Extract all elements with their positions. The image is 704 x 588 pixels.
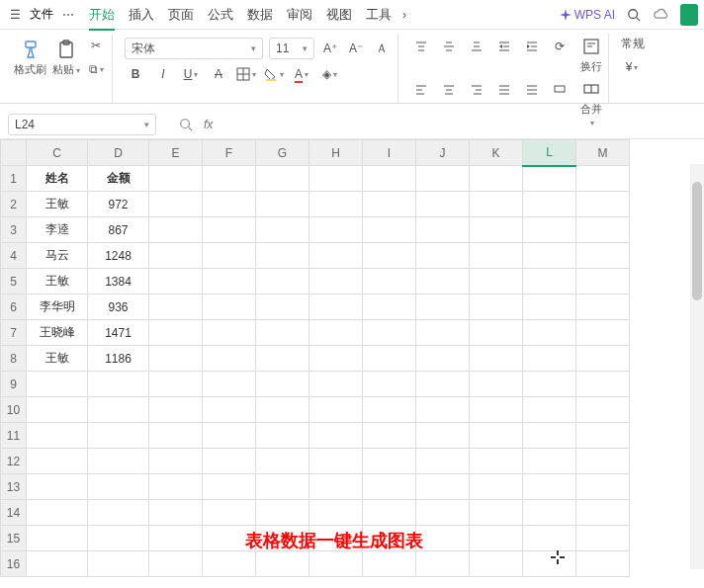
cell[interactable] bbox=[256, 551, 309, 577]
hamburger-icon[interactable]: ☰ bbox=[6, 6, 24, 24]
align-top-icon[interactable] bbox=[410, 36, 432, 57]
cell[interactable] bbox=[576, 397, 630, 423]
cell[interactable]: 972 bbox=[88, 192, 149, 217]
cell[interactable] bbox=[523, 166, 576, 192]
cell[interactable] bbox=[309, 217, 363, 243]
cell[interactable] bbox=[576, 500, 630, 526]
formula-input[interactable] bbox=[220, 117, 517, 131]
cell[interactable] bbox=[576, 449, 630, 474]
row-header[interactable]: 3 bbox=[1, 217, 27, 243]
col-header-L[interactable]: L bbox=[523, 140, 576, 166]
cell[interactable] bbox=[363, 294, 416, 320]
cell[interactable] bbox=[576, 372, 630, 397]
cell[interactable] bbox=[149, 372, 203, 397]
cell[interactable] bbox=[203, 526, 256, 551]
cell[interactable] bbox=[416, 346, 470, 372]
cell[interactable] bbox=[523, 423, 576, 449]
search-icon[interactable] bbox=[625, 6, 643, 24]
cell[interactable] bbox=[363, 526, 416, 551]
cell[interactable] bbox=[576, 269, 630, 294]
increase-indent-icon[interactable] bbox=[521, 36, 543, 57]
cell[interactable] bbox=[416, 243, 470, 269]
border-button[interactable] bbox=[235, 63, 257, 85]
cut-icon[interactable]: ✂ bbox=[86, 36, 106, 55]
cell[interactable] bbox=[309, 551, 363, 577]
cell[interactable] bbox=[576, 423, 630, 449]
cell[interactable]: 王敏 bbox=[27, 346, 88, 372]
col-header-J[interactable]: J bbox=[416, 140, 470, 166]
cell[interactable] bbox=[523, 320, 576, 346]
cell[interactable] bbox=[363, 346, 416, 372]
cell[interactable] bbox=[256, 500, 309, 526]
cell[interactable] bbox=[416, 294, 470, 320]
cell[interactable] bbox=[363, 217, 416, 243]
cell[interactable] bbox=[149, 397, 203, 423]
cell[interactable] bbox=[416, 423, 470, 449]
cell[interactable] bbox=[470, 192, 523, 217]
cell[interactable] bbox=[470, 217, 523, 243]
cell[interactable] bbox=[523, 500, 576, 526]
cell[interactable] bbox=[470, 397, 523, 423]
cell[interactable] bbox=[256, 192, 309, 217]
cell[interactable] bbox=[309, 346, 363, 372]
cell[interactable] bbox=[256, 243, 309, 269]
cell[interactable] bbox=[88, 500, 149, 526]
cell[interactable]: 1248 bbox=[88, 243, 149, 269]
cell[interactable] bbox=[523, 192, 576, 217]
align-left-icon[interactable] bbox=[410, 78, 432, 100]
cell[interactable] bbox=[309, 192, 363, 217]
row-header[interactable]: 6 bbox=[1, 294, 27, 320]
cell[interactable] bbox=[470, 423, 523, 449]
cell[interactable] bbox=[88, 449, 149, 474]
cell[interactable] bbox=[27, 551, 88, 577]
cell[interactable] bbox=[416, 474, 470, 500]
cell[interactable] bbox=[256, 423, 309, 449]
bold-button[interactable]: B bbox=[125, 63, 146, 85]
menu-tab-开始[interactable]: 开始 bbox=[89, 6, 115, 31]
cell[interactable]: 马云 bbox=[27, 243, 88, 269]
cell[interactable] bbox=[470, 166, 523, 192]
cell[interactable] bbox=[576, 192, 630, 217]
name-box[interactable]: L24▾ bbox=[8, 114, 156, 135]
select-all-corner[interactable] bbox=[1, 140, 27, 166]
cell[interactable] bbox=[203, 474, 256, 500]
menu-tab-公式[interactable]: 公式 bbox=[208, 6, 233, 24]
cell[interactable] bbox=[576, 320, 630, 346]
menu-tab-数据[interactable]: 数据 bbox=[247, 6, 273, 24]
col-header-M[interactable]: M bbox=[576, 140, 630, 166]
cell[interactable] bbox=[88, 397, 149, 423]
copy-icon[interactable]: ⧉ bbox=[86, 59, 106, 79]
cell[interactable] bbox=[256, 166, 309, 192]
phonetic-button[interactable]: ◈ bbox=[318, 63, 340, 85]
cell[interactable] bbox=[256, 474, 309, 500]
cell[interactable] bbox=[576, 474, 630, 500]
cell[interactable] bbox=[363, 320, 416, 346]
cell[interactable] bbox=[88, 372, 149, 397]
cell[interactable] bbox=[256, 526, 309, 551]
align-right-icon[interactable] bbox=[466, 78, 487, 100]
cell[interactable] bbox=[470, 551, 523, 577]
vertical-scrollbar[interactable] bbox=[690, 164, 704, 569]
cell[interactable] bbox=[309, 500, 363, 526]
cell[interactable] bbox=[88, 474, 149, 500]
cell[interactable] bbox=[309, 320, 363, 346]
cell[interactable] bbox=[470, 372, 523, 397]
cell[interactable] bbox=[149, 320, 203, 346]
cell[interactable] bbox=[149, 423, 203, 449]
merge-split-icon[interactable] bbox=[549, 78, 571, 100]
cell[interactable] bbox=[576, 217, 630, 243]
app-button[interactable] bbox=[680, 4, 698, 26]
cloud-icon[interactable] bbox=[653, 6, 670, 24]
cell[interactable] bbox=[523, 526, 576, 551]
cell[interactable] bbox=[363, 269, 416, 294]
cell[interactable] bbox=[470, 320, 523, 346]
cell[interactable] bbox=[470, 243, 523, 269]
number-format-label[interactable]: 常规 bbox=[621, 36, 645, 52]
cell[interactable] bbox=[149, 526, 203, 551]
cell[interactable] bbox=[256, 346, 309, 372]
italic-button[interactable]: I bbox=[152, 63, 174, 85]
row-header[interactable]: 15 bbox=[1, 526, 27, 551]
row-header[interactable]: 11 bbox=[1, 423, 27, 449]
cell[interactable] bbox=[256, 294, 309, 320]
file-menu[interactable]: 文件 bbox=[30, 6, 53, 23]
